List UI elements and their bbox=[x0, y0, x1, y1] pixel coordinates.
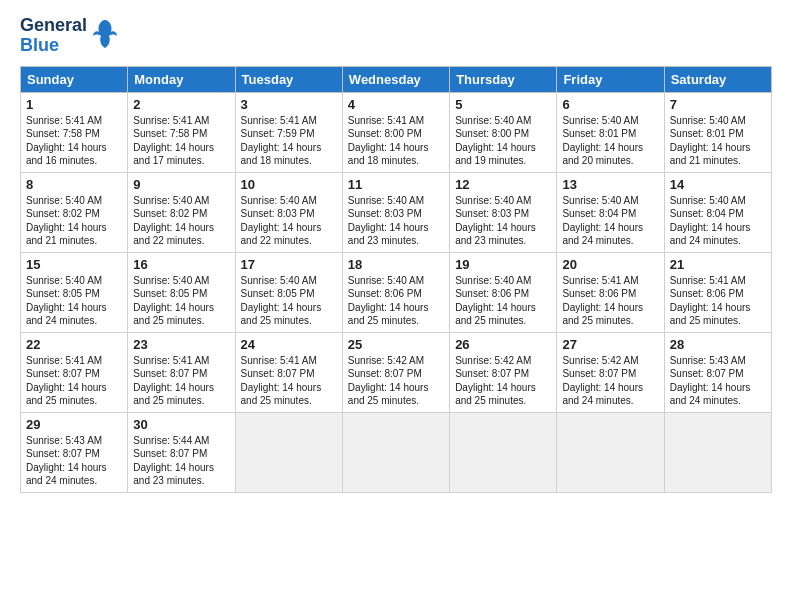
calendar-cell: 8Sunrise: 5:40 AMSunset: 8:02 PMDaylight… bbox=[21, 172, 128, 252]
cell-info-line: Daylight: 14 hours bbox=[670, 141, 766, 155]
day-number: 22 bbox=[26, 337, 122, 352]
day-number: 15 bbox=[26, 257, 122, 272]
cell-info-line: Sunset: 8:06 PM bbox=[348, 287, 444, 301]
cell-info-line: and 20 minutes. bbox=[562, 154, 658, 168]
calendar-cell: 1Sunrise: 5:41 AMSunset: 7:58 PMDaylight… bbox=[21, 92, 128, 172]
cell-info-line: Daylight: 14 hours bbox=[26, 221, 122, 235]
cell-info-line: Sunset: 8:05 PM bbox=[241, 287, 337, 301]
day-number: 29 bbox=[26, 417, 122, 432]
cell-info-line: Sunset: 8:07 PM bbox=[562, 367, 658, 381]
cell-info-line: and 25 minutes. bbox=[133, 394, 229, 408]
cell-info-line: Daylight: 14 hours bbox=[562, 221, 658, 235]
calendar-cell: 19Sunrise: 5:40 AMSunset: 8:06 PMDayligh… bbox=[450, 252, 557, 332]
cell-info-line: Sunrise: 5:40 AM bbox=[26, 274, 122, 288]
cell-info-line: and 24 minutes. bbox=[562, 394, 658, 408]
cell-info-line: Sunset: 8:02 PM bbox=[26, 207, 122, 221]
cell-info-line: Daylight: 14 hours bbox=[562, 301, 658, 315]
calendar-header-row: SundayMondayTuesdayWednesdayThursdayFrid… bbox=[21, 66, 772, 92]
cell-info-line: Sunrise: 5:40 AM bbox=[241, 274, 337, 288]
cell-info-line: Sunset: 8:00 PM bbox=[348, 127, 444, 141]
header-cell-friday: Friday bbox=[557, 66, 664, 92]
calendar-cell: 25Sunrise: 5:42 AMSunset: 8:07 PMDayligh… bbox=[342, 332, 449, 412]
calendar-cell: 26Sunrise: 5:42 AMSunset: 8:07 PMDayligh… bbox=[450, 332, 557, 412]
cell-info-line: Daylight: 14 hours bbox=[241, 301, 337, 315]
cell-info-line: and 23 minutes. bbox=[455, 234, 551, 248]
cell-info-line: Daylight: 14 hours bbox=[133, 221, 229, 235]
calendar-cell: 24Sunrise: 5:41 AMSunset: 8:07 PMDayligh… bbox=[235, 332, 342, 412]
day-number: 8 bbox=[26, 177, 122, 192]
cell-info-line: Daylight: 14 hours bbox=[455, 301, 551, 315]
calendar-cell bbox=[342, 412, 449, 492]
cell-info-line: Sunset: 8:07 PM bbox=[348, 367, 444, 381]
cell-info-line: Sunset: 8:01 PM bbox=[670, 127, 766, 141]
cell-info-line: Sunset: 8:07 PM bbox=[26, 447, 122, 461]
cell-info-line: Daylight: 14 hours bbox=[348, 301, 444, 315]
cell-info-line: Daylight: 14 hours bbox=[133, 461, 229, 475]
cell-info-line: Sunset: 8:03 PM bbox=[241, 207, 337, 221]
cell-info-line: Sunrise: 5:43 AM bbox=[670, 354, 766, 368]
cell-info-line: and 21 minutes. bbox=[670, 154, 766, 168]
cell-info-line: and 25 minutes. bbox=[455, 314, 551, 328]
calendar-week-row: 15Sunrise: 5:40 AMSunset: 8:05 PMDayligh… bbox=[21, 252, 772, 332]
day-number: 19 bbox=[455, 257, 551, 272]
cell-info-line: Sunrise: 5:40 AM bbox=[455, 194, 551, 208]
cell-info-line: and 23 minutes. bbox=[348, 234, 444, 248]
calendar-cell: 22Sunrise: 5:41 AMSunset: 8:07 PMDayligh… bbox=[21, 332, 128, 412]
cell-info-line: Sunset: 8:05 PM bbox=[26, 287, 122, 301]
cell-info-line: Daylight: 14 hours bbox=[670, 381, 766, 395]
cell-info-line: Sunrise: 5:40 AM bbox=[26, 194, 122, 208]
day-number: 12 bbox=[455, 177, 551, 192]
calendar-cell: 6Sunrise: 5:40 AMSunset: 8:01 PMDaylight… bbox=[557, 92, 664, 172]
calendar-cell: 12Sunrise: 5:40 AMSunset: 8:03 PMDayligh… bbox=[450, 172, 557, 252]
day-number: 25 bbox=[348, 337, 444, 352]
logo: General Blue bbox=[20, 16, 119, 56]
cell-info-line: and 25 minutes. bbox=[26, 394, 122, 408]
calendar-cell: 30Sunrise: 5:44 AMSunset: 8:07 PMDayligh… bbox=[128, 412, 235, 492]
calendar-cell: 11Sunrise: 5:40 AMSunset: 8:03 PMDayligh… bbox=[342, 172, 449, 252]
calendar-cell: 2Sunrise: 5:41 AMSunset: 7:58 PMDaylight… bbox=[128, 92, 235, 172]
cell-info-line: and 25 minutes. bbox=[348, 394, 444, 408]
header-cell-monday: Monday bbox=[128, 66, 235, 92]
day-number: 6 bbox=[562, 97, 658, 112]
cell-info-line: and 24 minutes. bbox=[26, 474, 122, 488]
cell-info-line: Daylight: 14 hours bbox=[241, 381, 337, 395]
cell-info-line: Sunrise: 5:40 AM bbox=[133, 274, 229, 288]
day-number: 28 bbox=[670, 337, 766, 352]
calendar-table: SundayMondayTuesdayWednesdayThursdayFrid… bbox=[20, 66, 772, 493]
header-cell-wednesday: Wednesday bbox=[342, 66, 449, 92]
calendar-week-row: 29Sunrise: 5:43 AMSunset: 8:07 PMDayligh… bbox=[21, 412, 772, 492]
cell-info-line: Sunrise: 5:41 AM bbox=[241, 114, 337, 128]
day-number: 13 bbox=[562, 177, 658, 192]
day-number: 16 bbox=[133, 257, 229, 272]
cell-info-line: Sunset: 8:04 PM bbox=[670, 207, 766, 221]
calendar-cell: 10Sunrise: 5:40 AMSunset: 8:03 PMDayligh… bbox=[235, 172, 342, 252]
cell-info-line: and 25 minutes. bbox=[455, 394, 551, 408]
calendar-cell bbox=[235, 412, 342, 492]
day-number: 14 bbox=[670, 177, 766, 192]
cell-info-line: Sunrise: 5:40 AM bbox=[562, 114, 658, 128]
day-number: 21 bbox=[670, 257, 766, 272]
cell-info-line: and 18 minutes. bbox=[241, 154, 337, 168]
cell-info-line: Sunrise: 5:40 AM bbox=[670, 114, 766, 128]
cell-info-line: Sunrise: 5:40 AM bbox=[348, 194, 444, 208]
cell-info-line: Sunrise: 5:41 AM bbox=[241, 354, 337, 368]
cell-info-line: Daylight: 14 hours bbox=[133, 381, 229, 395]
cell-info-line: Daylight: 14 hours bbox=[348, 381, 444, 395]
cell-info-line: Daylight: 14 hours bbox=[562, 381, 658, 395]
day-number: 27 bbox=[562, 337, 658, 352]
cell-info-line: Daylight: 14 hours bbox=[455, 221, 551, 235]
day-number: 23 bbox=[133, 337, 229, 352]
calendar-cell: 20Sunrise: 5:41 AMSunset: 8:06 PMDayligh… bbox=[557, 252, 664, 332]
cell-info-line: Daylight: 14 hours bbox=[670, 301, 766, 315]
cell-info-line: Daylight: 14 hours bbox=[348, 141, 444, 155]
day-number: 10 bbox=[241, 177, 337, 192]
cell-info-line: Sunrise: 5:43 AM bbox=[26, 434, 122, 448]
cell-info-line: and 19 minutes. bbox=[455, 154, 551, 168]
day-number: 3 bbox=[241, 97, 337, 112]
header-cell-thursday: Thursday bbox=[450, 66, 557, 92]
cell-info-line: Sunset: 8:06 PM bbox=[455, 287, 551, 301]
calendar-cell: 14Sunrise: 5:40 AMSunset: 8:04 PMDayligh… bbox=[664, 172, 771, 252]
cell-info-line: and 25 minutes. bbox=[241, 394, 337, 408]
calendar-week-row: 1Sunrise: 5:41 AMSunset: 7:58 PMDaylight… bbox=[21, 92, 772, 172]
cell-info-line: Sunset: 8:04 PM bbox=[562, 207, 658, 221]
